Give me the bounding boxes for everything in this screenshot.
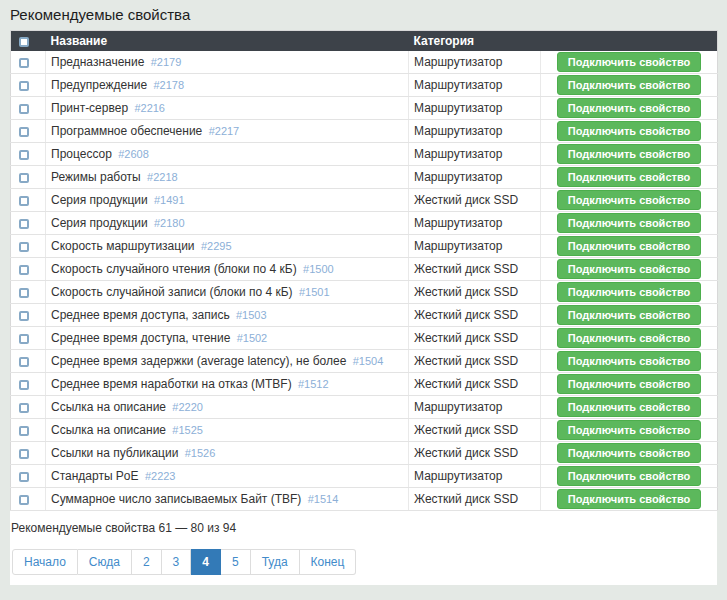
pagination-item[interactable]: 3	[162, 549, 192, 575]
property-id-link[interactable]: #2218	[147, 171, 178, 183]
row-checkbox[interactable]	[19, 173, 29, 183]
property-id-link[interactable]: #1491	[154, 194, 185, 206]
pagination-item[interactable]: Туда	[251, 549, 300, 575]
pagination-item[interactable]: 2	[132, 549, 162, 575]
pagination-link[interactable]: Туда	[251, 550, 299, 574]
category-cell: Маршрутизатор	[409, 166, 541, 189]
property-id-link[interactable]: #2295	[201, 240, 232, 252]
row-checkbox[interactable]	[19, 58, 29, 68]
attach-property-button[interactable]: Подключить свойство	[557, 443, 701, 463]
property-name: Стандарты PoE	[51, 469, 142, 483]
row-checkbox[interactable]	[19, 219, 29, 229]
attach-property-button[interactable]: Подключить свойство	[557, 397, 701, 417]
row-checkbox[interactable]	[19, 311, 29, 321]
property-id-link[interactable]: #2178	[153, 79, 184, 91]
property-name: Серия продукции	[51, 193, 151, 207]
property-id-link[interactable]: #1502	[237, 332, 268, 344]
row-checkbox[interactable]	[19, 495, 29, 505]
property-name: Предназначение	[51, 55, 148, 69]
pagination-link[interactable]: Сюда	[78, 550, 131, 574]
attach-property-button[interactable]: Подключить свойство	[557, 98, 701, 118]
property-id-link[interactable]: #1514	[308, 493, 339, 505]
select-all-checkbox[interactable]	[19, 37, 29, 47]
property-id-link[interactable]: #2179	[151, 56, 182, 68]
attach-property-button[interactable]: Подключить свойство	[557, 75, 701, 95]
attach-property-button[interactable]: Подключить свойство	[557, 52, 701, 72]
attach-property-button[interactable]: Подключить свойство	[557, 374, 701, 394]
category-cell: Жесткий диск SSD	[409, 488, 541, 511]
pagination-link[interactable]: 3	[162, 550, 191, 574]
row-checkbox[interactable]	[19, 380, 29, 390]
property-name: Ссылки на публикации	[51, 446, 182, 460]
property-name: Суммарное число записываемых Байт (TBF)	[51, 492, 305, 506]
pagination-item[interactable]: Начало	[12, 549, 78, 575]
attach-property-button[interactable]: Подключить свойство	[557, 351, 701, 371]
property-id-link[interactable]: #2608	[118, 148, 149, 160]
row-checkbox[interactable]	[19, 265, 29, 275]
attach-property-button[interactable]: Подключить свойство	[557, 213, 701, 233]
attach-property-button[interactable]: Подключить свойство	[557, 121, 701, 141]
category-cell: Жесткий диск SSD	[409, 442, 541, 465]
content-panel: Название Категория Предназначение #2179 …	[10, 30, 717, 585]
category-cell: Маршрутизатор	[409, 465, 541, 488]
row-checkbox[interactable]	[19, 288, 29, 298]
row-checkbox[interactable]	[19, 196, 29, 206]
row-checkbox[interactable]	[19, 127, 29, 137]
row-checkbox[interactable]	[19, 426, 29, 436]
property-id-link[interactable]: #2220	[172, 401, 203, 413]
category-cell: Маршрутизатор	[409, 97, 541, 120]
table-header-row: Название Категория	[11, 31, 718, 51]
attach-property-button[interactable]: Подключить свойство	[557, 190, 701, 210]
property-id-link[interactable]: #1501	[299, 286, 330, 298]
row-checkbox[interactable]	[19, 403, 29, 413]
row-checkbox[interactable]	[19, 449, 29, 459]
property-name: Предупреждение	[51, 78, 150, 92]
table-row: Предупреждение #2178 Маршрутизатор Подкл…	[11, 74, 718, 97]
property-id-link[interactable]: #1504	[353, 355, 384, 367]
table-row: Ссылка на описание #2220 Маршрутизатор П…	[11, 396, 718, 419]
table-row: Среднее время доступа, чтение #1502 Жест…	[11, 327, 718, 350]
row-checkbox[interactable]	[19, 104, 29, 114]
property-id-link[interactable]: #1525	[172, 424, 203, 436]
pagination-item[interactable]: Конец	[300, 549, 357, 575]
row-checkbox[interactable]	[19, 242, 29, 252]
attach-property-button[interactable]: Подключить свойство	[557, 466, 701, 486]
attach-property-button[interactable]: Подключить свойство	[557, 282, 701, 302]
property-id-link[interactable]: #2180	[154, 217, 185, 229]
attach-property-button[interactable]: Подключить свойство	[557, 144, 701, 164]
row-checkbox[interactable]	[19, 334, 29, 344]
pagination-link[interactable]: 4	[191, 550, 220, 574]
pagination-link[interactable]: Начало	[13, 550, 77, 574]
attach-property-button[interactable]: Подключить свойство	[557, 236, 701, 256]
property-id-link[interactable]: #1503	[236, 309, 267, 321]
property-id-link[interactable]: #2223	[145, 470, 176, 482]
row-checkbox[interactable]	[19, 472, 29, 482]
pagination-link[interactable]: Конец	[300, 550, 356, 574]
table-row: Среднее время доступа, запись #1503 Жест…	[11, 304, 718, 327]
table-row: Процессор #2608 Маршрутизатор Подключить…	[11, 143, 718, 166]
attach-property-button[interactable]: Подключить свойство	[557, 259, 701, 279]
properties-table: Название Категория Предназначение #2179 …	[10, 30, 718, 511]
property-id-link[interactable]: #1526	[185, 447, 216, 459]
attach-property-button[interactable]: Подключить свойство	[557, 489, 701, 509]
attach-property-button[interactable]: Подключить свойство	[557, 305, 701, 325]
row-checkbox[interactable]	[19, 357, 29, 367]
attach-property-button[interactable]: Подключить свойство	[557, 167, 701, 187]
pagination-link[interactable]: 5	[221, 550, 250, 574]
attach-property-button[interactable]: Подключить свойство	[557, 420, 701, 440]
pagination-item[interactable]: 5	[221, 549, 251, 575]
column-header-actions	[541, 31, 718, 51]
category-cell: Маршрутизатор	[409, 74, 541, 97]
property-name: Среднее время доступа, запись	[51, 308, 233, 322]
property-id-link[interactable]: #2217	[209, 125, 240, 137]
pagination-item[interactable]: 4	[191, 549, 221, 575]
pagination-item[interactable]: Сюда	[78, 549, 132, 575]
property-id-link[interactable]: #1512	[298, 378, 329, 390]
pagination-link[interactable]: 2	[132, 550, 161, 574]
row-checkbox[interactable]	[19, 150, 29, 160]
category-cell: Жесткий диск SSD	[409, 304, 541, 327]
property-id-link[interactable]: #2216	[134, 102, 165, 114]
attach-property-button[interactable]: Подключить свойство	[557, 328, 701, 348]
row-checkbox[interactable]	[19, 81, 29, 91]
property-id-link[interactable]: #1500	[303, 263, 334, 275]
